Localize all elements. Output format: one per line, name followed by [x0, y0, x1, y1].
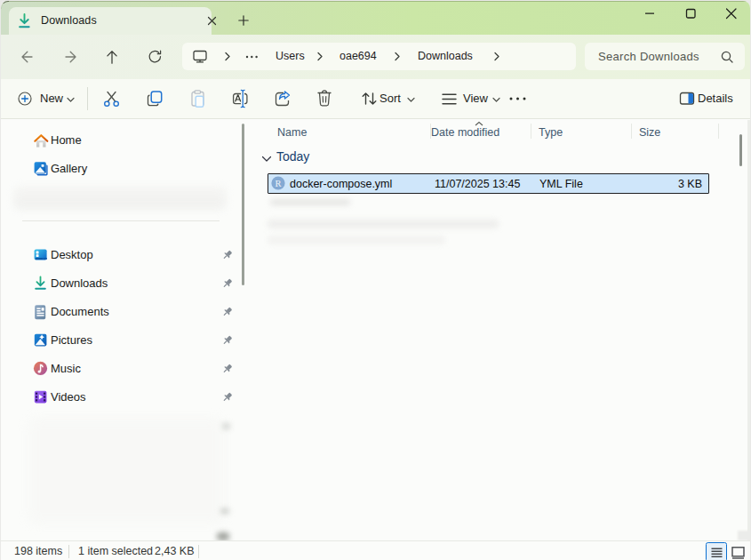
svg-text:R: R — [275, 179, 281, 188]
